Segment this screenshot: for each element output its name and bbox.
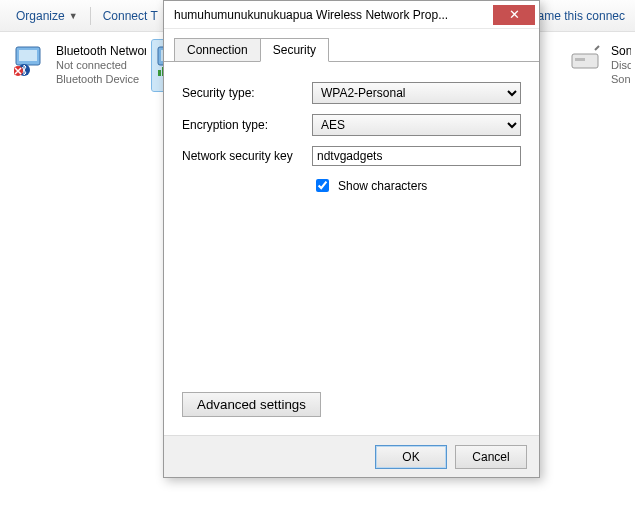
connection-item-bluetooth[interactable]: Bluetooth Network Not connected Bluetoot… [10,40,150,91]
network-key-input[interactable] [312,146,521,166]
close-button[interactable]: ✕ [493,5,535,25]
modem-icon [569,44,605,78]
encryption-type-label: Encryption type: [182,118,312,132]
tab-security[interactable]: Security [260,38,329,62]
show-characters-checkbox[interactable] [316,179,329,192]
security-type-select[interactable]: WPA2-Personal [312,82,521,104]
svg-rect-11 [575,58,585,61]
connect-to-label: Connect T [103,9,158,23]
bluetooth-adapter-icon [14,44,50,78]
show-characters-label: Show characters [338,179,427,193]
tab-connection[interactable]: Connection [174,38,261,62]
connection-name: Bluetooth Network [56,44,146,59]
security-type-label: Security type: [182,86,312,100]
connection-device: SonicWALL I [611,73,631,87]
connection-item-sonicwall[interactable]: SonicWALL I Disconnecte SonicWALL I [565,40,635,91]
chevron-down-icon: ▼ [69,11,78,21]
toolbar-separator [90,7,91,25]
organize-label: Organize [16,9,65,23]
rename-connection-label[interactable]: hame this connec [531,9,625,23]
encryption-type-select[interactable]: AES [312,114,521,136]
connection-device: Bluetooth Device [56,73,146,87]
svg-rect-1 [19,50,37,61]
connection-status: Disconnecte [611,59,631,73]
ok-button[interactable]: OK [375,445,447,469]
connect-to-menu[interactable]: Connect T [97,5,164,27]
organize-menu[interactable]: Organize ▼ [10,5,84,27]
close-icon: ✕ [509,8,520,21]
dialog-title: humuhumunukunukuapua Wireless Network Pr… [174,8,493,22]
connection-name: SonicWALL I [611,44,631,59]
connection-status: Not connected [56,59,146,73]
advanced-settings-button[interactable]: Advanced settings [182,392,321,417]
network-key-label: Network security key [182,149,312,163]
security-panel: Security type: WPA2-Personal Encryption … [164,62,539,435]
cancel-button[interactable]: Cancel [455,445,527,469]
svg-rect-6 [158,70,161,76]
wireless-properties-dialog: humuhumunukunukuapua Wireless Network Pr… [163,0,540,478]
dialog-titlebar[interactable]: humuhumunukunukuapua Wireless Network Pr… [164,1,539,29]
tab-bar: Connection Security [164,29,539,62]
dialog-button-row: OK Cancel [164,435,539,477]
